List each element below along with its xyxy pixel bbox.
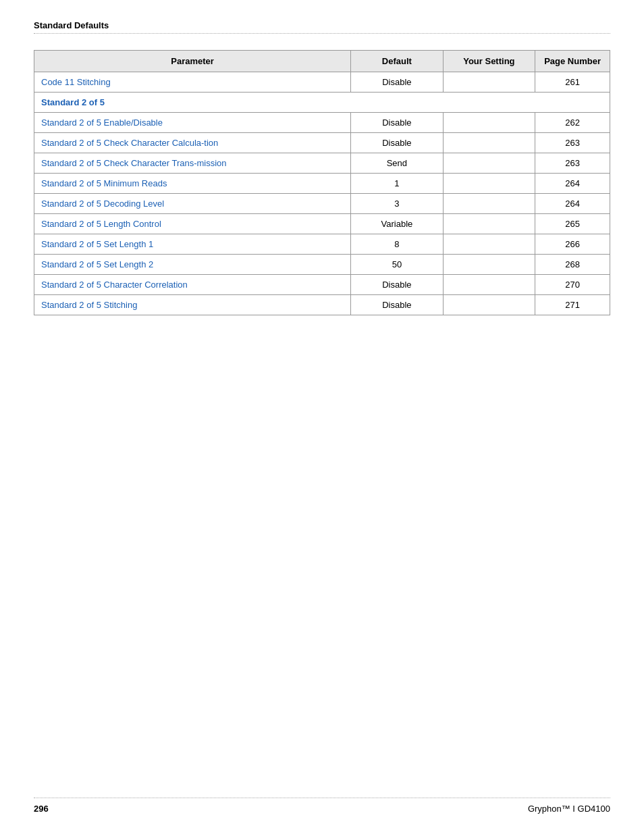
default-val-cell: Disable: [351, 295, 443, 315]
param-name-cell: Standard 2 of 5 Set Length 2: [34, 255, 351, 275]
default-val-cell: Disable: [351, 133, 443, 153]
page-num-cell: 268: [535, 255, 610, 275]
page-num-cell: 263: [535, 133, 610, 153]
your-setting-cell: [443, 295, 535, 315]
footer-dotted-line: [34, 798, 610, 798]
default-val-cell: Send: [351, 153, 443, 174]
table-row: Standard 2 of 5 Set Length 18266: [34, 234, 610, 255]
footer-brand: Gryphon™ I GD4100: [528, 804, 610, 814]
default-val-cell: Disable: [351, 72, 443, 93]
footer-page-number: 296: [34, 804, 49, 814]
page-num-cell: 270: [535, 275, 610, 295]
page-num-cell: 263: [535, 153, 610, 174]
table-row: Standard 2 of 5 StitchingDisable271: [34, 295, 610, 315]
column-header-your-setting: Your Setting: [443, 51, 535, 72]
page-num-cell: 264: [535, 174, 610, 194]
column-header-parameter: Parameter: [34, 51, 351, 72]
param-name-cell: Standard 2 of 5 Enable/Disable: [34, 113, 351, 133]
param-name-cell: Standard 2 of 5 Character Correlation: [34, 275, 351, 295]
default-val-cell: 50: [351, 255, 443, 275]
your-setting-cell: [443, 174, 535, 194]
default-val-cell: 1: [351, 174, 443, 194]
param-name-cell: Standard 2 of 5 Check Character Calcula-…: [34, 133, 351, 153]
your-setting-cell: [443, 133, 535, 153]
param-name-cell: Standard 2 of 5 Length Control: [34, 214, 351, 234]
your-setting-cell: [443, 72, 535, 93]
your-setting-cell: [443, 214, 535, 234]
table-row: Standard 2 of 5 Check Character Calcula-…: [34, 133, 610, 153]
table-row: Standard 2 of 5 Enable/DisableDisable262: [34, 113, 610, 133]
your-setting-cell: [443, 234, 535, 255]
table-row: Standard 2 of 5 Check Character Trans-mi…: [34, 153, 610, 174]
section-header-cell: Standard 2 of 5: [34, 93, 610, 113]
param-name-cell: Standard 2 of 5 Minimum Reads: [34, 174, 351, 194]
table-row: Standard 2 of 5: [34, 93, 610, 113]
page-num-cell: 261: [535, 72, 610, 93]
table-header-row: Parameter Default Your Setting Page Numb…: [34, 51, 610, 72]
default-val-cell: Disable: [351, 275, 443, 295]
page-container: Standard Defaults Parameter Default Your…: [0, 0, 644, 834]
your-setting-cell: [443, 153, 535, 174]
section-title: Standard Defaults: [34, 20, 610, 30]
table-row: Standard 2 of 5 Character CorrelationDis…: [34, 275, 610, 295]
your-setting-cell: [443, 275, 535, 295]
default-val-cell: 3: [351, 194, 443, 214]
page-num-cell: 266: [535, 234, 610, 255]
column-header-page-number: Page Number: [535, 51, 610, 72]
default-val-cell: Disable: [351, 113, 443, 133]
param-name-cell: Standard 2 of 5 Check Character Trans-mi…: [34, 153, 351, 174]
your-setting-cell: [443, 113, 535, 133]
page-num-cell: 262: [535, 113, 610, 133]
footer: 296 Gryphon™ I GD4100: [34, 798, 610, 814]
table-row: Code 11 StitchingDisable261: [34, 72, 610, 93]
page-num-cell: 271: [535, 295, 610, 315]
param-name-cell: Code 11 Stitching: [34, 72, 351, 93]
page-num-cell: 264: [535, 194, 610, 214]
default-val-cell: 8: [351, 234, 443, 255]
table-row: Standard 2 of 5 Minimum Reads1264: [34, 174, 610, 194]
your-setting-cell: [443, 194, 535, 214]
params-table: Parameter Default Your Setting Page Numb…: [34, 50, 610, 315]
table-row: Standard 2 of 5 Decoding Level3264: [34, 194, 610, 214]
param-name-cell: Standard 2 of 5 Stitching: [34, 295, 351, 315]
table-row: Standard 2 of 5 Length ControlVariable26…: [34, 214, 610, 234]
page-num-cell: 265: [535, 214, 610, 234]
column-header-default: Default: [351, 51, 443, 72]
table-row: Standard 2 of 5 Set Length 250268: [34, 255, 610, 275]
param-name-cell: Standard 2 of 5 Set Length 1: [34, 234, 351, 255]
footer-content: 296 Gryphon™ I GD4100: [34, 804, 610, 814]
top-dotted-line: [34, 33, 610, 34]
param-name-cell: Standard 2 of 5 Decoding Level: [34, 194, 351, 214]
your-setting-cell: [443, 255, 535, 275]
default-val-cell: Variable: [351, 214, 443, 234]
top-section: Standard Defaults: [34, 20, 610, 45]
